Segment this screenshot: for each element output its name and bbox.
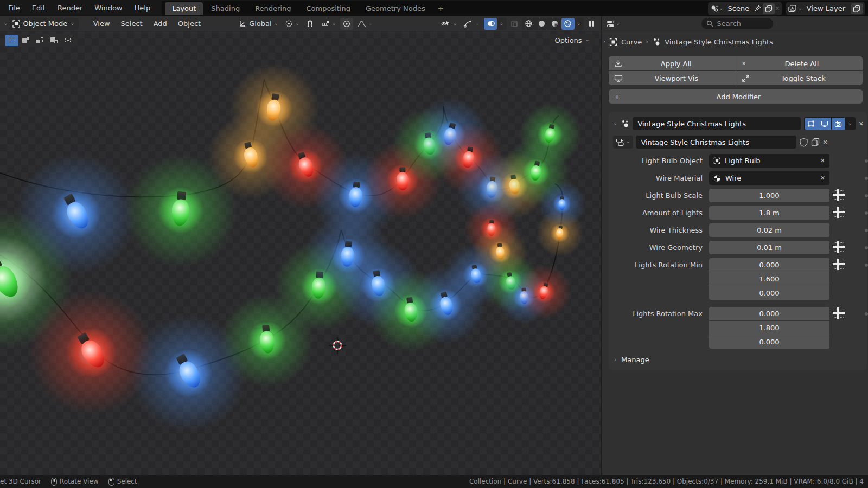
tab-shading[interactable]: Shading — [204, 2, 247, 15]
xray-toggle[interactable] — [508, 18, 521, 30]
chevron-down-icon[interactable]: ⌄ — [797, 5, 802, 11]
realtime-display-toggle[interactable] — [818, 118, 831, 130]
viewport-options-dropdown[interactable]: Options ⌄ — [550, 34, 595, 46]
copy-node-group-button[interactable] — [811, 138, 820, 146]
new-scene-button[interactable] — [763, 3, 775, 14]
render-display-toggle[interactable] — [832, 118, 845, 130]
chevron-down-icon[interactable]: ⌄ — [497, 21, 506, 26]
shading-material-button[interactable] — [548, 18, 561, 30]
modifier-extras-dropdown[interactable]: ⌄ — [845, 118, 855, 130]
pin-icon[interactable] — [754, 4, 762, 12]
mode-selector[interactable]: Object Mode ⌄ — [9, 18, 78, 30]
number-field[interactable]: 0.02 m — [709, 223, 829, 237]
vector-y-field[interactable]: 1.600 — [709, 272, 829, 286]
scene-name[interactable]: Scene — [724, 4, 754, 12]
decorator-dot[interactable] — [865, 246, 868, 249]
decorator-dot[interactable] — [865, 177, 868, 180]
select-mode-intersect[interactable] — [61, 35, 75, 46]
menu-select[interactable]: Select — [116, 16, 148, 31]
shading-solid-button[interactable] — [535, 18, 548, 30]
menu-edit[interactable]: Edit — [26, 0, 52, 16]
decorator-dot[interactable] — [865, 229, 868, 232]
vector-z-field[interactable]: 0.000 — [709, 335, 829, 349]
pause-render-button[interactable] — [585, 18, 598, 30]
pivot-point-selector[interactable]: ⌄ — [282, 18, 302, 30]
transform-orientation[interactable]: Global ⌄ — [236, 18, 281, 30]
remove-modifier-button[interactable]: ✕ — [859, 120, 864, 127]
decorator-dot[interactable] — [865, 194, 868, 197]
material-field[interactable]: Wire ✕ — [709, 171, 829, 185]
fake-user-shield-icon[interactable] — [799, 138, 808, 147]
proportional-editing-toggle[interactable] — [340, 18, 353, 30]
tab-compositing[interactable]: Compositing — [299, 2, 358, 15]
clear-material-button[interactable]: ✕ — [820, 175, 825, 182]
proportional-falloff-selector[interactable]: ⌄ — [354, 18, 375, 30]
add-modifier-button[interactable]: + Add Modifier — [609, 89, 863, 104]
search-input[interactable]: Search — [701, 18, 773, 29]
snap-target-selector[interactable]: ⌄ — [318, 18, 339, 30]
shading-rendered-button[interactable] — [561, 18, 575, 30]
select-mode-tweak[interactable] — [5, 35, 18, 46]
show-object-types-selector[interactable]: ⌄ — [438, 18, 459, 30]
breadcrumb-object[interactable]: Curve — [621, 38, 642, 46]
viewport-canvas[interactable]: Options ⌄ — [0, 31, 601, 475]
editmode-display-toggle[interactable] — [805, 118, 818, 130]
collapse-chevron-icon[interactable]: ⌄ — [613, 120, 617, 126]
menu-render[interactable]: Render — [52, 0, 88, 16]
input-attribute-toggle-icon[interactable] — [834, 242, 844, 252]
scene-icon[interactable] — [710, 4, 719, 13]
delete-all-button[interactable]: ✕ Delete All — [736, 56, 863, 70]
tab-geometry-nodes[interactable]: Geometry Nodes — [359, 2, 432, 15]
select-mode-subtract[interactable] — [33, 35, 47, 46]
breadcrumb-overflow-icon[interactable]: › — [603, 39, 605, 44]
number-field[interactable]: 0.01 m — [709, 241, 829, 254]
vector-y-field[interactable]: 1.800 — [709, 321, 829, 335]
select-mode-extend[interactable] — [19, 35, 33, 46]
input-attribute-toggle-icon[interactable] — [834, 260, 844, 269]
menu-object[interactable]: Object — [173, 16, 206, 31]
decorator-dot[interactable] — [865, 211, 868, 215]
toggle-stack-button[interactable]: Toggle Stack — [736, 71, 863, 85]
menu-view[interactable]: View — [88, 16, 115, 31]
tab-rendering[interactable]: Rendering — [248, 2, 298, 15]
input-attribute-toggle-icon[interactable] — [834, 208, 844, 217]
node-tree-selector[interactable]: ⌄ — [613, 136, 633, 149]
unlink-node-group-button[interactable]: ✕ — [822, 139, 827, 146]
object-field[interactable]: Light Bulb ✕ — [709, 154, 829, 168]
menu-file[interactable]: File — [2, 0, 26, 16]
viewport-vis-button[interactable]: Viewport Vis — [609, 71, 736, 85]
vector-x-field[interactable]: 0.000 — [709, 307, 829, 320]
manage-subpanel-toggle[interactable]: › Manage — [609, 352, 867, 364]
menu-window[interactable]: Window — [88, 0, 128, 16]
view-layer-icon[interactable] — [788, 4, 797, 13]
vector-z-field[interactable]: 0.000 — [709, 286, 829, 300]
select-mode-invert[interactable] — [47, 35, 61, 46]
menu-help[interactable]: Help — [129, 0, 157, 16]
decorator-dot[interactable] — [865, 264, 868, 267]
modifier-name-field[interactable]: Vintage Style Christmas Lights — [633, 117, 800, 130]
object-icon[interactable] — [609, 38, 617, 46]
add-workspace-button[interactable]: + — [433, 2, 448, 15]
chevron-down-icon[interactable]: ⌄ — [719, 5, 723, 11]
breadcrumb-modifier[interactable]: Vintage Style Christmas Lights — [665, 38, 773, 46]
shading-wireframe-button[interactable] — [522, 18, 535, 30]
node-group-name-field[interactable]: Vintage Style Christmas Lights — [636, 136, 796, 149]
number-field[interactable]: 1.8 m — [709, 206, 829, 220]
clear-object-button[interactable]: ✕ — [820, 157, 825, 164]
editor-type-chevron-icon[interactable]: ⌄ — [3, 21, 8, 26]
vector-x-field[interactable]: 0.000 — [709, 258, 829, 272]
number-field[interactable]: 1.000 — [709, 189, 829, 202]
view-layer-name[interactable]: View Layer — [802, 4, 850, 12]
show-overlays-toggle[interactable] — [484, 18, 497, 30]
geometry-nodes-icon[interactable] — [652, 37, 661, 46]
input-attribute-toggle-icon[interactable] — [834, 190, 844, 200]
apply-all-button[interactable]: Apply All — [609, 56, 736, 70]
chevron-down-icon[interactable]: ⌄ — [616, 21, 620, 26]
chevron-down-icon[interactable]: ⌄ — [575, 21, 583, 26]
decorator-dot[interactable] — [865, 312, 868, 316]
decorator-dot[interactable] — [865, 159, 868, 163]
input-attribute-toggle-icon[interactable] — [834, 309, 844, 318]
menu-add[interactable]: Add — [149, 16, 172, 31]
gizmos-selector[interactable]: ⌄ — [461, 18, 482, 30]
new-view-layer-button[interactable] — [851, 3, 863, 14]
